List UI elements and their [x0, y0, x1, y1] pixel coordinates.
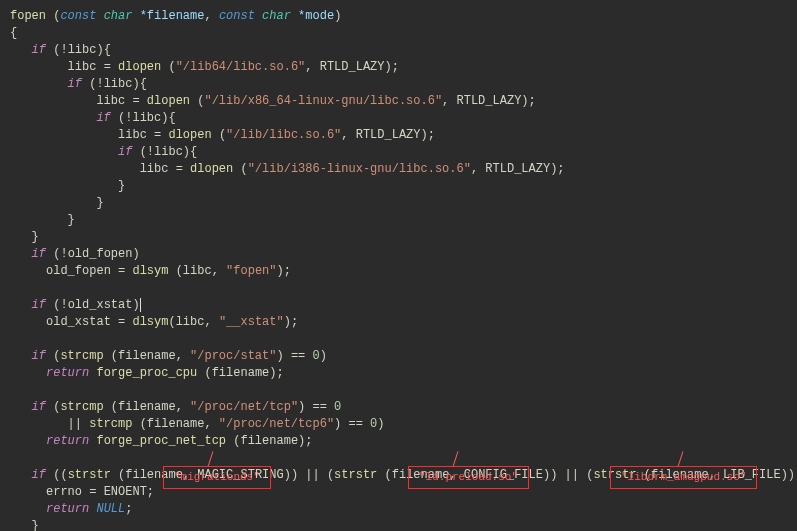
str-fopen: "fopen"	[226, 264, 276, 278]
paren: )	[334, 9, 341, 23]
const-enoent: ENOENT	[104, 485, 147, 499]
comma: ,	[204, 9, 211, 23]
brace: {	[10, 26, 17, 40]
kw-const: const	[60, 9, 96, 23]
str-xstat: "__xstat"	[219, 315, 284, 329]
str-proc-stat: "/proc/stat"	[190, 349, 276, 363]
kw-char: char	[262, 9, 291, 23]
kw-return: return	[46, 366, 89, 380]
str-i386: "/lib/i386-linux-gnu/libc.so.6"	[248, 162, 471, 176]
call-forge-net: forge_proc_net_tcp	[96, 434, 226, 448]
num-zero: 0	[313, 349, 320, 363]
const-rtld: RTLD_LAZY	[320, 60, 385, 74]
star: *	[140, 9, 147, 23]
kw-null: NULL	[96, 502, 125, 516]
code-block: fopen (const char *filename, const char …	[10, 8, 797, 531]
kw-const: const	[219, 9, 255, 23]
param: mode	[305, 9, 334, 23]
call-dlopen: dlopen	[118, 60, 161, 74]
str-lib64: "/lib64/libc.so.6"	[176, 60, 306, 74]
text-cursor[interactable]	[140, 298, 141, 312]
ident-old-fopen: old_fopen	[68, 247, 133, 261]
str-libso6: "/lib/libc.so.6"	[226, 128, 341, 142]
annotation-lib-file: "libdrm_amdgpud.so"	[610, 466, 757, 489]
call-forge-cpu: forge_proc_cpu	[96, 366, 197, 380]
ident-old-xstat: old_xstat	[68, 298, 133, 312]
call-strstr: strstr	[68, 468, 111, 482]
annotation-magic-string: "migrationds"	[163, 466, 271, 489]
kw-if: if	[32, 43, 46, 57]
call-dlsym: dlsym	[132, 264, 168, 278]
func-name: fopen	[10, 9, 46, 23]
annotation-config-file: "ld.preload.so"	[408, 466, 529, 489]
str-x86-64: "/lib/x86_64-linux-gnu/libc.so.6"	[204, 94, 442, 108]
str-proc-net-tcp6: "/proc/net/tcp6"	[219, 417, 334, 431]
kw-char: char	[104, 9, 133, 23]
ident-errno: errno	[46, 485, 82, 499]
param: filename	[147, 9, 205, 23]
str-proc-net-tcp: "/proc/net/tcp"	[190, 400, 298, 414]
call-strcmp: strcmp	[60, 349, 103, 363]
ident-libc: libc	[68, 43, 97, 57]
